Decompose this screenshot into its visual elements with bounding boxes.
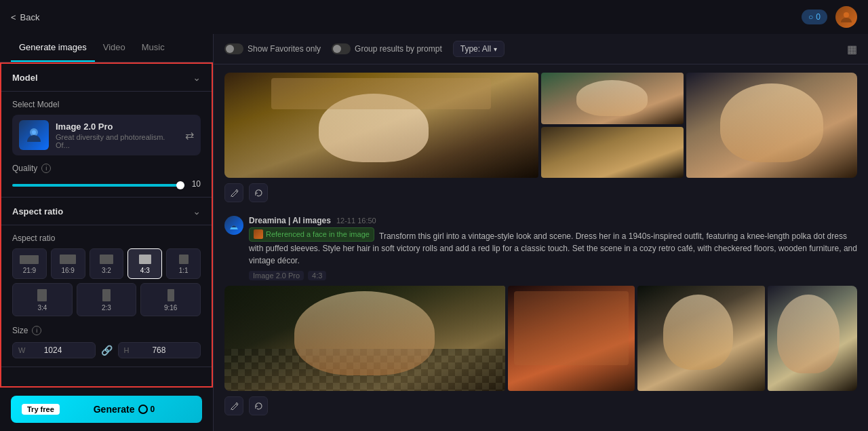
group-by-prompt-label: Group results by prompt	[355, 44, 442, 54]
model-section-header[interactable]: Model	[1, 64, 212, 92]
generate-credits: 0	[150, 405, 155, 414]
prompt-ratio-tag-2: 4:3	[308, 271, 326, 280]
link-icon[interactable]: 🔗	[101, 345, 113, 356]
sidebar: Generate images Video Music Model Select…	[0, 34, 214, 431]
model-thumbnail	[19, 120, 49, 150]
model-card[interactable]: Image 2.0 Pro Great diversity and photor…	[12, 115, 201, 155]
prompt-time-2: 12-11 16:50	[336, 217, 376, 225]
type-filter-label: Type: All	[460, 44, 491, 54]
gen2-image-3[interactable]	[637, 286, 765, 391]
show-favorites-toggle[interactable]	[224, 43, 243, 54]
gen1-edit-icon-btn[interactable]	[224, 183, 243, 202]
tab-video[interactable]: Video	[95, 34, 134, 62]
shuffle-icon[interactable]: ⇄	[185, 129, 194, 142]
quality-section: Quality i 10	[12, 164, 201, 189]
tab-bar: Generate images Video Music	[0, 34, 213, 62]
model-section-title: Model	[12, 73, 38, 83]
aspect-grid-row2: 3:4 2:3 9:16	[12, 283, 201, 316]
grid-view-icon[interactable]: ▦	[847, 43, 857, 56]
size-info-icon[interactable]: i	[32, 326, 41, 335]
credits-icon: ○	[808, 12, 813, 22]
size-label: Size	[12, 326, 28, 335]
gen1-image-4[interactable]	[686, 73, 857, 178]
gen1-image-1[interactable]	[224, 73, 538, 178]
gen2-images-col2	[508, 286, 635, 391]
aspect-btn-21-9[interactable]: 21:9	[12, 248, 47, 279]
model-section-body: Select Model Image 2.0 Pro Great diversi…	[1, 92, 212, 198]
quality-slider-wrap	[12, 179, 184, 189]
edit-icon-2	[230, 402, 239, 411]
aspect-btn-3-4[interactable]: 3:4	[12, 283, 73, 316]
gen1-images-right	[541, 73, 684, 178]
gen1-action-icons	[224, 183, 857, 202]
tab-music[interactable]: Music	[134, 34, 173, 62]
quality-row: 10	[12, 179, 201, 189]
gen2-refresh-icon-btn[interactable]	[249, 396, 268, 415]
aspect-shape-3-2	[100, 255, 113, 264]
model-name: Image 2.0 Pro	[56, 121, 178, 132]
aspect-btn-3-2[interactable]: 3:2	[90, 248, 124, 279]
aspect-shape-3-4	[37, 289, 47, 301]
aspect-btn-4-3[interactable]: 4:3	[127, 248, 162, 279]
generate-footer: Try free Generate 0 .	[0, 388, 213, 431]
aspect-btn-1-1[interactable]: 1:1	[166, 248, 201, 279]
svg-point-2	[32, 130, 36, 134]
gen1-images-col3	[686, 73, 857, 178]
gen2-edit-icon-btn[interactable]	[224, 396, 243, 415]
aspect-label-16-9: 16:9	[61, 267, 74, 274]
width-input[interactable]	[28, 345, 62, 355]
prompt-text-2: Referenced a face in the image Transform…	[249, 227, 857, 267]
aspect-label-3-4: 3:4	[37, 304, 47, 312]
group-by-prompt-filter[interactable]: Group results by prompt	[332, 43, 442, 54]
generate-button[interactable]: Try free Generate 0 .	[11, 396, 202, 423]
size-section: Size i W 🔗 H	[12, 326, 201, 358]
type-filter-button[interactable]: Type: All ▾	[453, 41, 505, 57]
gen2-images-col4	[768, 286, 857, 391]
show-favorites-filter[interactable]: Show Favorites only	[224, 43, 321, 54]
gen2-image-1[interactable]	[224, 286, 505, 391]
quality-label-row: Quality i	[12, 164, 201, 173]
edit-icon	[230, 189, 239, 198]
quality-info-icon[interactable]: i	[41, 164, 51, 173]
main-layout: Generate images Video Music Model Select…	[0, 34, 868, 431]
credits-circle-icon	[138, 405, 148, 414]
credits-value: 0	[816, 12, 821, 22]
model-collapse-icon	[193, 72, 201, 83]
aspect-btn-9-16[interactable]: 9:16	[140, 283, 201, 316]
group-by-prompt-toggle[interactable]	[332, 43, 351, 54]
gen2-image-2[interactable]	[508, 286, 635, 391]
prompt-tags-2: Image 2.0 Pro 4:3	[249, 271, 857, 280]
image-strip-1	[224, 73, 857, 178]
quality-slider[interactable]	[12, 184, 184, 187]
gen2-action-icons	[224, 396, 857, 415]
height-input[interactable]	[132, 345, 165, 355]
aspect-shape-2-3	[102, 289, 111, 301]
filter-bar: Show Favorites only Group results by pro…	[214, 34, 868, 64]
referenced-face-label: Referenced a face in the image	[266, 229, 370, 240]
generate-label: Generate	[94, 404, 135, 415]
try-free-badge: Try free	[22, 404, 60, 415]
size-row: W 🔗 H	[12, 342, 201, 358]
aspect-btn-16-9[interactable]: 16:9	[51, 248, 85, 279]
aspect-ratio-section-header[interactable]: Aspect ratio ⌃	[1, 198, 212, 225]
select-model-label-row: Select Model	[12, 100, 201, 109]
avatar[interactable]	[835, 6, 857, 28]
gen2-image-4[interactable]	[768, 286, 857, 391]
width-label: W	[18, 346, 25, 354]
tab-generate-images[interactable]: Generate images	[11, 34, 95, 62]
size-label-row: Size i	[12, 326, 201, 335]
sidebar-content: Model Select Model Image	[0, 62, 213, 388]
gen1-refresh-icon-btn[interactable]	[249, 183, 268, 202]
quality-value: 10	[190, 179, 201, 189]
aspect-btn-2-3[interactable]: 2:3	[77, 283, 137, 316]
generate-center: Generate 0	[94, 404, 155, 415]
aspect-label-21-9: 21:9	[23, 267, 36, 274]
gen1-image-3[interactable]	[541, 127, 684, 179]
aspect-grid-row1: 21:9 16:9 3:2 4:3	[12, 248, 201, 279]
back-button[interactable]: < Back	[11, 12, 40, 22]
prompt-author-2: Dreamina | AI images	[249, 216, 331, 225]
gen1-image-2[interactable]	[541, 73, 684, 124]
nav-right: ○ 0	[802, 6, 857, 28]
aspect-label-1-1: 1:1	[179, 267, 189, 274]
prompt-meta-2: Dreamina | AI images 12-11 16:50 Referen…	[249, 216, 857, 280]
